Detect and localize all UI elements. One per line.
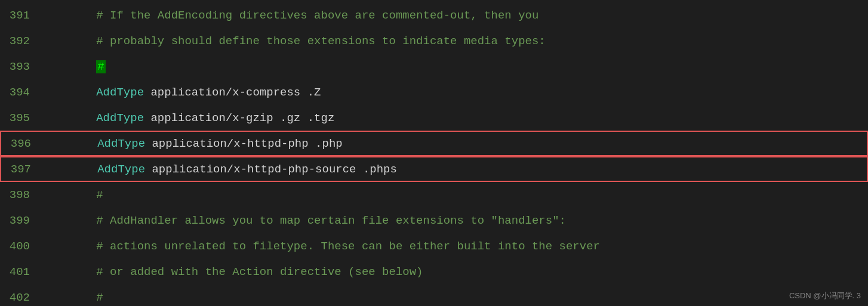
line-content: # actions unrelated to filetype. These c… [42,240,868,253]
line-number: 397 [1,163,43,176]
line-number: 401 [0,265,42,279]
code-line: 398 # [0,182,868,208]
line-number: 402 [0,291,42,304]
code-line: 396 AddType application/x-httpd-php .php [0,131,868,156]
line-content: # probably should define those extension… [42,35,868,48]
line-number: 400 [0,240,42,253]
line-content: # or added with the Action directive (se… [42,265,868,279]
code-line: 402 # [0,285,868,306]
code-line: 395 AddType application/x-gzip .gz .tgz [0,105,868,131]
line-content: # If the AddEncoding directives above ar… [42,9,868,22]
code-line: 391 # If the AddEncoding directives abov… [0,2,868,28]
line-number: 398 [0,188,42,202]
line-content: # [42,60,868,73]
line-number: 391 [0,9,42,22]
watermark: CSDN @小冯同学. 3 [789,290,861,301]
line-number: 394 [0,86,42,99]
line-content: # [42,188,868,202]
line-number: 392 [0,35,42,48]
line-content: # [42,291,868,304]
code-line: 401 # or added with the Action directive… [0,259,868,285]
code-line: 393 # [0,54,868,79]
line-content: AddType application/x-compress .Z [42,86,868,99]
line-content: AddType application/x-httpd-php .php [43,137,867,150]
code-line: 392 # probably should define those exten… [0,28,868,54]
line-number: 393 [0,60,42,73]
line-number: 396 [1,137,43,150]
line-number: 399 [0,214,42,227]
code-line: 399 # AddHandler allows you to map certa… [0,208,868,233]
code-line: 400 # actions unrelated to filetype. The… [0,233,868,259]
code-line: 394 AddType application/x-compress .Z [0,79,868,105]
line-content: # AddHandler allows you to map certain f… [42,214,868,227]
line-number: 395 [0,112,42,125]
line-content: AddType application/x-gzip .gz .tgz [42,112,868,125]
line-content: AddType application/x-httpd-php-source .… [43,163,867,176]
code-container: 391 # If the AddEncoding directives abov… [0,0,868,306]
code-line: 397 AddType application/x-httpd-php-sour… [0,156,868,182]
